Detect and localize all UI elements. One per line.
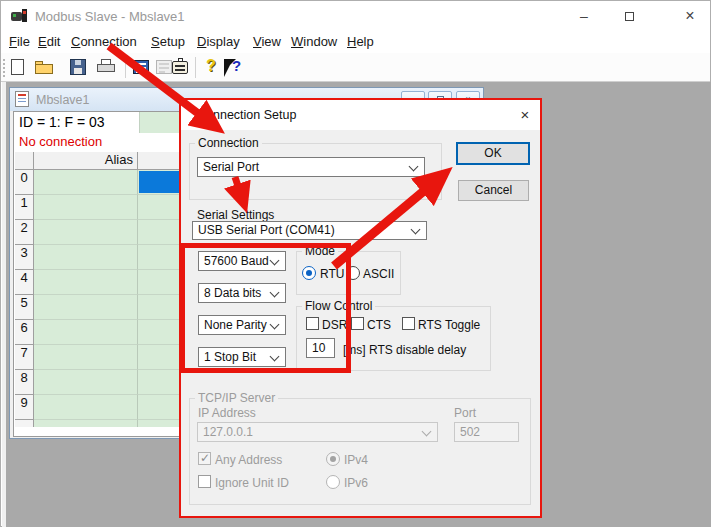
menu-window[interactable]: Window (291, 34, 337, 49)
window-title: Modbus Slave - Mbslave1 (35, 9, 185, 24)
maximize-icon (625, 12, 634, 21)
close-icon: × (521, 106, 530, 123)
row-header: 1 (15, 195, 34, 220)
cts-checkbox[interactable] (351, 317, 364, 330)
alias-header-cell: Alias (34, 152, 138, 170)
row-header: 8 (15, 370, 34, 395)
corner-header-cell (15, 152, 34, 170)
modbus-slave-window: Modbus Slave - Mbslave1 – × File Edit Co… (0, 0, 711, 527)
menu-help[interactable]: Help (347, 34, 374, 49)
any-address-label: Any Address (215, 453, 282, 467)
chevron-down-icon (411, 225, 421, 235)
app-icon (10, 8, 27, 24)
alias-cell[interactable] (34, 370, 138, 395)
dialog-close-button[interactable]: × (514, 105, 536, 125)
row-header: 3 (15, 245, 34, 270)
ignore-unit-id-label: Ignore Unit ID (215, 476, 289, 490)
any-address-checkbox: ✓ (198, 452, 211, 465)
alias-cell[interactable] (34, 395, 138, 420)
alias-cell[interactable] (34, 345, 138, 370)
communication-traffic-icon[interactable] (169, 57, 191, 78)
menu-connection[interactable]: Connection (71, 34, 137, 49)
new-file-icon[interactable] (7, 57, 29, 78)
serial-port-select[interactable]: USB Serial Port (COM41) (192, 221, 427, 240)
status-text: No connection (19, 134, 102, 149)
minimize-icon: – (580, 8, 588, 24)
document-icon (15, 91, 29, 107)
title-bar: Modbus Slave - Mbslave1 – × (1, 1, 710, 31)
context-help-icon[interactable]: ? (222, 57, 244, 78)
menu-view[interactable]: View (253, 34, 281, 49)
port-input: 502 (454, 422, 519, 442)
chevron-down-icon (409, 162, 419, 172)
close-icon: × (685, 7, 694, 24)
ok-button[interactable]: OK (456, 142, 530, 165)
minimize-button[interactable]: – (562, 1, 606, 31)
open-file-icon[interactable] (33, 57, 55, 78)
save-file-icon[interactable] (67, 57, 89, 78)
row-header: 7 (15, 345, 34, 370)
document-title: Mbslave1 (36, 93, 90, 107)
print-icon[interactable] (95, 57, 117, 78)
ipv4-label: IPv4 (344, 453, 368, 467)
ipv6-radio (326, 475, 340, 489)
help-icon[interactable]: ? (201, 57, 223, 78)
ignore-unit-id-checkbox (198, 475, 211, 488)
row-header: 2 (15, 220, 34, 245)
connection-type-value: Serial Port (203, 160, 259, 174)
row-header: 4 (15, 270, 34, 295)
toolbar-separator (125, 57, 126, 78)
menu-bar: File Edit Connection Setup Display View … (1, 31, 710, 53)
ascii-label: ASCII (363, 267, 394, 281)
menu-setup[interactable]: Setup (151, 34, 185, 49)
ip-address-select: 127.0.0.1 (197, 422, 438, 442)
alias-cell[interactable] (34, 270, 138, 295)
chevron-down-icon (422, 427, 432, 437)
rts-toggle-label: RTS Toggle (418, 318, 480, 332)
toolbar: ? ? (1, 53, 710, 82)
rts-delay-label: [ms] RTS disable delay (343, 343, 466, 357)
dialog-title: Connection Setup (197, 108, 296, 122)
row-header: 0 (15, 170, 34, 195)
row-header: 5 (15, 295, 34, 320)
row-header: 6 (15, 320, 34, 345)
display-definition-icon[interactable] (130, 57, 152, 78)
tcpip-group-label: TCP/IP Server (195, 391, 278, 405)
ipv4-radio (326, 452, 340, 466)
check-icon: ✓ (200, 451, 210, 465)
ipv6-label: IPv6 (344, 476, 368, 490)
menu-file[interactable]: File (9, 34, 30, 49)
toolbar-grip (3, 59, 6, 77)
alias-cell[interactable] (34, 245, 138, 270)
alias-cell[interactable] (34, 320, 138, 345)
close-button[interactable]: × (668, 1, 711, 31)
ip-address-value: 127.0.0.1 (203, 425, 253, 439)
radio-dot-icon (330, 456, 336, 462)
cancel-button[interactable]: Cancel (458, 180, 529, 201)
ip-address-label: IP Address (198, 406, 256, 420)
port-label: Port (454, 406, 476, 420)
alias-cell[interactable] (34, 195, 138, 220)
alias-cell[interactable] (34, 220, 138, 245)
row-header: 9 (15, 395, 34, 420)
serial-settings-label: Serial Settings (197, 208, 274, 222)
dialog-title-bar: Connection Setup × (181, 100, 540, 130)
toolbar-separator (195, 57, 196, 78)
menu-display[interactable]: Display (197, 34, 240, 49)
connection-group-label: Connection (195, 136, 262, 150)
connection-type-select[interactable]: Serial Port (197, 157, 425, 177)
cts-label: CTS (367, 318, 391, 332)
serial-settings-highlight-box (180, 243, 351, 373)
rts-toggle-checkbox[interactable] (402, 317, 415, 330)
serial-port-value: USB Serial Port (COM41) (198, 223, 335, 237)
menu-edit[interactable]: Edit (38, 34, 60, 49)
maximize-button[interactable] (608, 1, 652, 31)
id-function-text: ID = 1: F = 03 (19, 114, 105, 130)
alias-cell[interactable] (34, 295, 138, 320)
alias-cell[interactable] (34, 170, 138, 195)
